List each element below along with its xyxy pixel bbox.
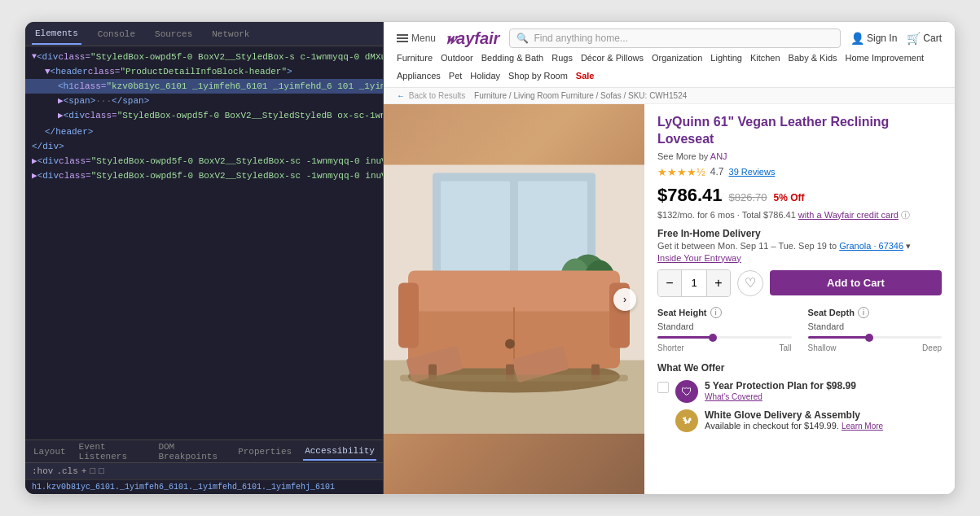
reviews-link[interactable]: 39 Reviews bbox=[729, 167, 776, 177]
tab-event-listeners[interactable]: Event Listeners bbox=[77, 439, 147, 465]
svg-rect-21 bbox=[400, 375, 628, 382]
tab-accessibility[interactable]: Accessibility bbox=[303, 443, 376, 461]
code-line-4[interactable]: ▶ <span> ··· </span> bbox=[25, 94, 383, 108]
nav-rugs[interactable]: Rugs bbox=[552, 53, 573, 63]
white-glove-text: White Glove Delivery & Assembly Availabl… bbox=[705, 409, 883, 431]
product-image bbox=[384, 104, 644, 494]
brand-link[interactable]: ANJ bbox=[710, 151, 727, 161]
qty-decrease-button[interactable]: − bbox=[658, 270, 681, 296]
seat-height-group: Seat Height i Standard Shorter Tall bbox=[657, 307, 792, 352]
product-info: LyQuinn 61" Vegan Leather Reclining Love… bbox=[644, 104, 955, 494]
price-original: $826.70 bbox=[729, 191, 767, 203]
seat-height-slider[interactable] bbox=[657, 336, 792, 339]
add-style-icon[interactable]: + bbox=[81, 466, 87, 476]
nav-appliances[interactable]: Appliances bbox=[397, 71, 441, 81]
cls-toggle[interactable]: .cls bbox=[56, 466, 77, 476]
menu-button[interactable]: Menu bbox=[397, 33, 436, 44]
nav-baby[interactable]: Baby & Kids bbox=[789, 53, 837, 63]
devtools-code-area: ▼ <div class="StyledBox-owpd5f-0 BoxV2__… bbox=[25, 46, 383, 439]
device-icon[interactable]: □ bbox=[90, 466, 95, 476]
devtools-bottom-bar: :hov .cls + □ □ bbox=[25, 462, 383, 479]
protection-plan-checkbox[interactable] bbox=[657, 382, 669, 393]
devtools-toolbar: Elements Console Sources Network bbox=[25, 22, 383, 46]
seat-depth-slider[interactable] bbox=[808, 336, 943, 339]
search-bar[interactable]: 🔍 Find anything home... bbox=[509, 28, 841, 48]
delivery-title: Free In-Home Delivery bbox=[657, 228, 942, 239]
search-icon: 🔍 bbox=[516, 33, 529, 44]
seat-depth-info-icon[interactable]: i bbox=[858, 307, 869, 318]
add-to-cart-button[interactable]: Add to Cart bbox=[770, 270, 942, 295]
tab-network[interactable]: Network bbox=[209, 24, 253, 44]
svg-point-17 bbox=[505, 339, 515, 349]
tab-layout[interactable]: Layout bbox=[32, 444, 68, 460]
browser-window: Elements Console Sources Network ▼ <div … bbox=[24, 21, 956, 495]
seat-depth-group: Seat Depth i Standard Shallow Deep bbox=[808, 307, 943, 352]
code-line-6[interactable]: </header> bbox=[25, 125, 383, 139]
sign-in-button[interactable]: 👤 Sign In bbox=[850, 32, 897, 45]
tab-dom-breakpoints[interactable]: DOM Breakpoints bbox=[156, 439, 226, 465]
wishlist-button[interactable]: ♡ bbox=[737, 270, 763, 296]
nav-kitchen[interactable]: Kitchen bbox=[750, 53, 780, 63]
nav-holiday[interactable]: Holiday bbox=[470, 71, 500, 81]
code-line-5[interactable]: ▶ <div class="StyledBox-owpd5f-0 BoxV2__… bbox=[25, 108, 383, 125]
nav-lighting[interactable]: Lighting bbox=[710, 53, 742, 63]
wayfair-nav: Furniture Outdoor Bedding & Bath Rugs Dé… bbox=[397, 53, 942, 81]
nav-bedding[interactable]: Bedding & Bath bbox=[481, 53, 543, 63]
seat-height-labels: Shorter Tall bbox=[657, 343, 792, 352]
offer-item-protection: 🛡 5 Year Protection Plan for $98.99 What… bbox=[657, 380, 942, 403]
seat-height-info-icon[interactable]: i bbox=[710, 307, 722, 318]
code-line-2[interactable]: ▼ <header class="ProductDetailInfoBlock-… bbox=[25, 64, 383, 79]
tab-sources[interactable]: Sources bbox=[152, 24, 196, 44]
product-image-area: › bbox=[384, 104, 644, 494]
code-line-3-selected[interactable]: <h1 class="kzv0b81yc_6101 _1yimfeh6_6101… bbox=[25, 79, 383, 94]
cart-icon: 🛒 bbox=[907, 32, 921, 45]
nav-shop-by-room[interactable]: Shop by Room bbox=[508, 71, 568, 81]
tab-console[interactable]: Console bbox=[94, 24, 138, 44]
nav-decor[interactable]: Décor & Pillows bbox=[581, 53, 644, 63]
product-area: › LyQuinn 61" Vegan Leather Reclining Lo… bbox=[384, 104, 955, 494]
tab-properties[interactable]: Properties bbox=[236, 444, 293, 460]
user-icon: 👤 bbox=[850, 32, 864, 45]
quantity-control: − 1 + bbox=[657, 269, 731, 297]
inspect-icon[interactable]: □ bbox=[99, 466, 104, 476]
seat-depth-value: Standard bbox=[808, 321, 943, 331]
nav-sale[interactable]: Sale bbox=[576, 71, 595, 81]
qty-increase-button[interactable]: + bbox=[707, 270, 730, 296]
star-rating: ★★★★½ bbox=[657, 166, 705, 178]
learn-more-link[interactable]: Learn More bbox=[842, 422, 883, 431]
nav-organization[interactable]: Organization bbox=[652, 53, 702, 63]
protection-plan-text: 5 Year Protection Plan for $98.99 What's… bbox=[705, 380, 856, 401]
delivery-location-link[interactable]: Granola · 67346 bbox=[839, 241, 903, 251]
code-line-1[interactable]: ▼ <div class="StyledBox-owpd5f-0 BoxV2__… bbox=[25, 50, 383, 64]
back-to-results-link[interactable]: ← Back to Results bbox=[397, 91, 469, 100]
logo-icon: 𝒘 bbox=[446, 29, 456, 47]
element-path: h1.kzv0b81yc_6101._1yimfeh6_6101._1yimfe… bbox=[25, 479, 383, 494]
nav-outdoor[interactable]: Outdoor bbox=[441, 53, 473, 63]
see-more: See More by ANJ bbox=[657, 151, 942, 161]
seat-depth-title: Seat Depth i bbox=[808, 307, 943, 318]
rating-number: 4.7 bbox=[710, 166, 724, 177]
protection-icon: 🛡 bbox=[675, 380, 698, 403]
credit-card-link[interactable]: with a Wayfair credit card bbox=[798, 210, 899, 220]
top-bar: Menu 𝒘ayfair 🔍 Find anything home... 👤 S… bbox=[397, 28, 942, 48]
code-line-8[interactable]: ▶ <div class="StyledBox-owpd5f-0 BoxV2__… bbox=[25, 154, 383, 168]
code-line-7[interactable]: </div> bbox=[25, 139, 383, 154]
breadcrumb: ← Back to Results Furniture / Living Roo… bbox=[384, 88, 955, 104]
chevron-down-icon: ▾ bbox=[906, 241, 911, 251]
what-we-offer-title: What We Offer bbox=[657, 362, 942, 374]
code-line-9[interactable]: ▶ <div class="StyledBox-owpd5f-0 BoxV2__… bbox=[25, 168, 383, 183]
whats-covered-link[interactable]: What's Covered bbox=[705, 392, 762, 401]
header-actions: 👤 Sign In 🛒 Cart bbox=[850, 32, 942, 45]
delivery-section: Free In-Home Delivery Get it between Mon… bbox=[657, 228, 942, 263]
wayfair-page: Menu 𝒘ayfair 🔍 Find anything home... 👤 S… bbox=[384, 22, 955, 494]
cart-button[interactable]: 🛒 Cart bbox=[907, 32, 942, 45]
wayfair-logo[interactable]: 𝒘ayfair bbox=[446, 29, 499, 48]
hamburger-icon bbox=[397, 34, 408, 42]
nav-furniture[interactable]: Furniture bbox=[397, 53, 433, 63]
pseudo-hover[interactable]: :hov bbox=[32, 466, 53, 476]
product-image-next-arrow[interactable]: › bbox=[613, 288, 636, 311]
tab-elements[interactable]: Elements bbox=[32, 24, 81, 45]
nav-home-improvement[interactable]: Home Improvement bbox=[846, 53, 925, 63]
nav-pet[interactable]: Pet bbox=[449, 71, 463, 81]
inside-delivery-link[interactable]: Inside Your Entryway bbox=[657, 253, 942, 263]
